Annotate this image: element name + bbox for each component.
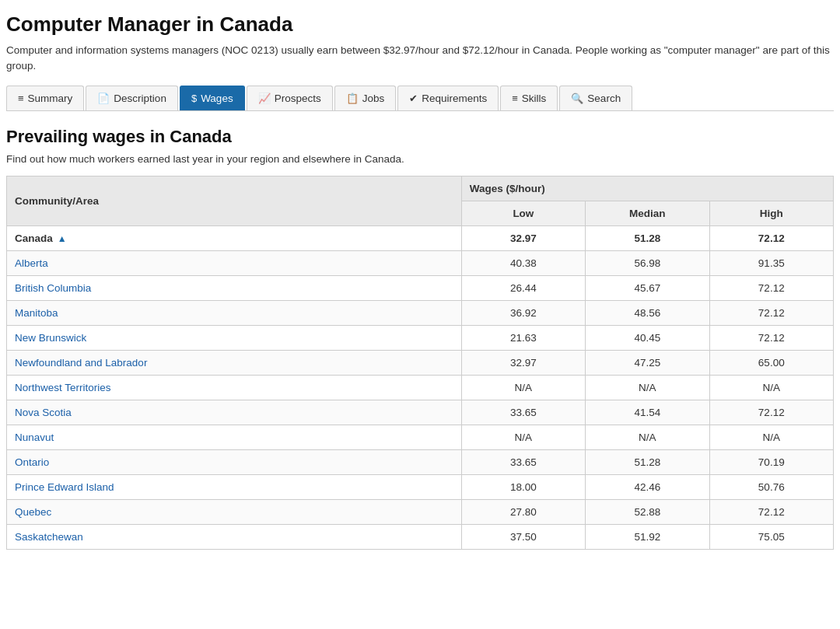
table-row-low: 32.97 <box>461 225 585 250</box>
table-row-area[interactable]: Nova Scotia <box>7 400 462 425</box>
search-icon: 🔍 <box>571 93 583 104</box>
table-row-low: 27.80 <box>461 499 585 524</box>
table-row-high: 72.12 <box>709 275 833 300</box>
table-row-median: N/A <box>586 375 709 400</box>
prospects-icon: 📈 <box>258 93 271 104</box>
table-row-high: 91.35 <box>709 250 833 275</box>
table-row-low: 26.44 <box>461 275 585 300</box>
table-row-low: 18.00 <box>461 474 585 499</box>
table-row-area[interactable]: Newfoundland and Labrador <box>7 350 462 375</box>
table-row-low: 33.65 <box>461 400 585 425</box>
tab-requirements-label: Requirements <box>422 93 487 104</box>
table-row-high: 72.12 <box>709 300 833 325</box>
table-row-high: 72.12 <box>709 499 833 524</box>
tab-summary[interactable]: ≡ Summary <box>6 86 84 110</box>
page-subtitle: Computer and information systems manager… <box>6 43 834 75</box>
page-title: Computer Manager in Canada <box>6 12 834 37</box>
col-header-area: Community/Area <box>7 176 462 225</box>
tab-prospects-label: Prospects <box>275 93 321 104</box>
table-row-area[interactable]: British Columbia <box>7 275 462 300</box>
table-row-median: 51.28 <box>586 225 709 250</box>
description-icon: 📄 <box>97 93 110 104</box>
table-row-area[interactable]: Prince Edward Island <box>7 474 462 499</box>
table-row-area[interactable]: New Brunswick <box>7 325 462 350</box>
table-row-median: 56.98 <box>586 250 709 275</box>
col-header-wages: Wages ($/hour) <box>461 176 833 201</box>
table-row-median: N/A <box>586 425 709 449</box>
tab-wages-label: Wages <box>201 93 233 104</box>
table-row-high: 75.05 <box>709 524 833 549</box>
wages-section-description: Find out how much workers earned last ye… <box>6 153 834 165</box>
table-row-high: 50.76 <box>709 474 833 499</box>
tab-search[interactable]: 🔍 Search <box>559 86 632 110</box>
table-row-area[interactable]: Manitoba <box>7 300 462 325</box>
table-row-area[interactable]: Saskatchewan <box>7 524 462 549</box>
requirements-icon: ✔ <box>409 93 418 104</box>
wages-section: Prevailing wages in Canada Find out how … <box>6 127 834 550</box>
wages-section-title: Prevailing wages in Canada <box>6 127 834 147</box>
table-row-high: 72.12 <box>709 225 833 250</box>
wages-table: Community/Area Wages ($/hour) Low Median… <box>6 176 834 550</box>
table-row-median: 47.25 <box>586 350 709 375</box>
skills-icon: ≡ <box>512 93 518 104</box>
tab-description-label: Description <box>114 93 166 104</box>
nav-tabs: ≡ Summary 📄 Description $ Wages 📈 Prospe… <box>6 86 834 111</box>
table-row-area: Canada▲ <box>7 225 462 250</box>
table-row-area[interactable]: Alberta <box>7 250 462 275</box>
table-row-median: 45.67 <box>586 275 709 300</box>
table-row-median: 51.92 <box>586 524 709 549</box>
table-row-high: 72.12 <box>709 400 833 425</box>
table-row-area[interactable]: Quebec <box>7 499 462 524</box>
tab-skills-label: Skills <box>522 93 547 104</box>
tab-requirements[interactable]: ✔ Requirements <box>397 86 499 110</box>
table-row-low: 33.65 <box>461 449 585 474</box>
jobs-icon: 📋 <box>346 93 359 104</box>
tab-jobs-label: Jobs <box>362 93 385 104</box>
col-header-median: Median <box>586 201 709 225</box>
table-row-high: 72.12 <box>709 325 833 350</box>
table-row-low: 36.92 <box>461 300 585 325</box>
tab-jobs[interactable]: 📋 Jobs <box>334 86 397 110</box>
table-row-median: 42.46 <box>586 474 709 499</box>
summary-icon: ≡ <box>18 93 24 104</box>
table-row-area[interactable]: Northwest Territories <box>7 375 462 400</box>
table-row-low: 32.97 <box>461 350 585 375</box>
table-row-median: 48.56 <box>586 300 709 325</box>
table-row-low: N/A <box>461 425 585 449</box>
table-row-low: 40.38 <box>461 250 585 275</box>
tab-wages[interactable]: $ Wages <box>180 86 245 110</box>
table-row-median: 52.88 <box>586 499 709 524</box>
table-row-low: N/A <box>461 375 585 400</box>
col-header-high: High <box>709 201 833 225</box>
table-row-median: 40.45 <box>586 325 709 350</box>
tab-prospects[interactable]: 📈 Prospects <box>247 86 333 110</box>
tab-search-label: Search <box>587 93 621 104</box>
table-row-low: 21.63 <box>461 325 585 350</box>
tab-summary-label: Summary <box>28 93 73 104</box>
table-row-median: 51.28 <box>586 449 709 474</box>
table-row-low: 37.50 <box>461 524 585 549</box>
table-row-high: N/A <box>709 425 833 449</box>
table-row-area[interactable]: Ontario <box>7 449 462 474</box>
wages-icon: $ <box>191 93 197 104</box>
table-row-high: N/A <box>709 375 833 400</box>
tab-description[interactable]: 📄 Description <box>86 86 178 110</box>
table-row-median: 41.54 <box>586 400 709 425</box>
tab-skills[interactable]: ≡ Skills <box>500 86 558 110</box>
table-row-high: 70.19 <box>709 449 833 474</box>
table-row-high: 65.00 <box>709 350 833 375</box>
table-row-area[interactable]: Nunavut <box>7 425 462 449</box>
col-header-low: Low <box>461 201 585 225</box>
